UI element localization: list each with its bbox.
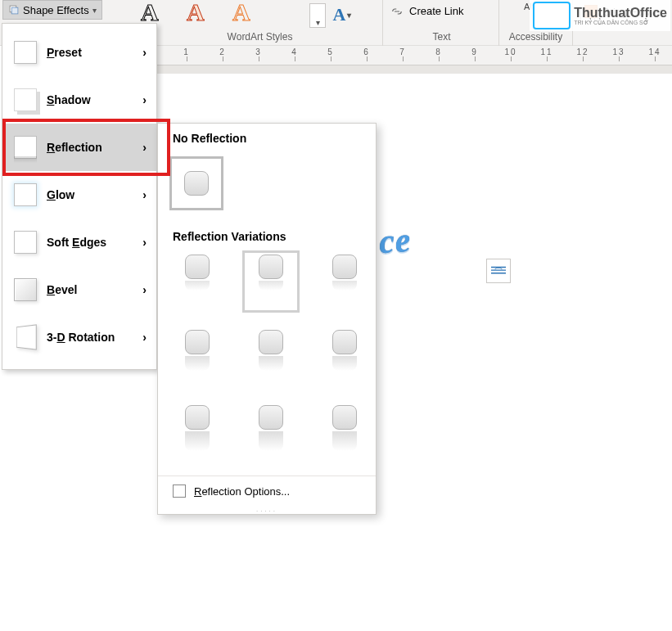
menu-item-label: Preset bbox=[47, 46, 82, 59]
reflection-swatch bbox=[332, 255, 357, 279]
submenu-arrow-icon: › bbox=[142, 46, 147, 59]
menu-item-label: Shadow bbox=[47, 93, 91, 106]
reflection-swatch bbox=[185, 405, 210, 430]
ruler-number: 6 bbox=[363, 47, 370, 56]
ruler-number: 11 bbox=[540, 47, 552, 56]
reflection-swatch bbox=[332, 405, 357, 430]
ruler-tick bbox=[475, 56, 476, 61]
reflection-variation[interactable] bbox=[320, 330, 369, 384]
menu-item-soft-edges[interactable]: Soft Edges› bbox=[2, 219, 156, 266]
reflection-swatch bbox=[332, 330, 357, 354]
reflection-variation[interactable] bbox=[173, 255, 222, 309]
reflection-options-icon bbox=[173, 485, 186, 498]
menu-item-bevel[interactable]: Bevel› bbox=[2, 266, 156, 313]
ruler-tick bbox=[403, 56, 404, 61]
ruler-number: 3 bbox=[255, 47, 262, 56]
reflection-swatch bbox=[185, 330, 210, 354]
menu-item-label: Soft Edges bbox=[47, 236, 106, 249]
reflection-options-item[interactable]: Reflection Options... bbox=[158, 476, 376, 507]
reflection-variation[interactable] bbox=[173, 330, 222, 384]
reflection-mirror bbox=[185, 356, 210, 371]
shape-effects-menu: Preset›Shadow›Reflection›Glow›Soft Edges… bbox=[2, 23, 157, 370]
submenu-arrow-icon: › bbox=[142, 236, 147, 249]
menu-item-shadow[interactable]: Shadow› bbox=[2, 76, 156, 124]
ruler-tick bbox=[367, 56, 368, 61]
reflection-variations-header: Reflection Variations bbox=[158, 222, 376, 250]
submenu-arrow-icon: › bbox=[142, 141, 147, 154]
soft-edges-icon bbox=[14, 231, 37, 254]
ruler-number: 1 bbox=[183, 47, 190, 56]
no-reflection-swatch bbox=[184, 171, 209, 196]
ruler-number: 14 bbox=[648, 47, 661, 56]
menu-item-3-d-rotation[interactable]: 3-D Rotation› bbox=[2, 313, 156, 361]
3-d-rotation-icon bbox=[16, 324, 37, 349]
wordart-preset-3[interactable]: A bbox=[232, 0, 250, 26]
layout-options-button[interactable] bbox=[486, 259, 511, 283]
ruler-scale: 1234567891011121314 bbox=[167, 46, 672, 65]
reflection-swatch bbox=[259, 330, 283, 354]
create-link-label: Create Link bbox=[409, 5, 463, 17]
ruler-tick bbox=[439, 56, 440, 61]
submenu-arrow-icon: › bbox=[142, 283, 147, 296]
menu-item-label: 3-D Rotation bbox=[47, 331, 115, 344]
wordart-preset-2[interactable]: A bbox=[187, 0, 205, 26]
text-group: Create Link Text bbox=[385, 0, 499, 46]
shape-effects-icon bbox=[8, 4, 20, 16]
ruler-number: 8 bbox=[435, 47, 442, 56]
reflection-variation[interactable] bbox=[320, 255, 369, 309]
wordart-gallery-more[interactable]: ▾ bbox=[309, 3, 326, 28]
shape-effects-button[interactable]: Shape Effects ▾ bbox=[2, 0, 102, 20]
ruler-tick bbox=[547, 56, 548, 61]
watermark-logo: ThuthuatOffice TRI KỶ CỦA DÂN CÔNG SỞ bbox=[530, 0, 670, 31]
submenu-arrow-icon: › bbox=[142, 331, 147, 344]
reflection-mirror bbox=[185, 431, 210, 451]
text-effects-button[interactable]: A▾ bbox=[332, 5, 352, 25]
preset-icon bbox=[14, 41, 37, 64]
bevel-icon bbox=[14, 278, 37, 301]
layout-options-icon bbox=[491, 265, 506, 277]
logo-tagline: TRI KỶ CỦA DÂN CÔNG SỞ bbox=[574, 20, 667, 25]
glow-icon bbox=[14, 183, 37, 206]
menu-item-reflection[interactable]: Reflection› bbox=[2, 124, 156, 171]
resize-grip[interactable]: ····· bbox=[158, 507, 376, 514]
submenu-arrow-icon: › bbox=[142, 93, 147, 106]
ruler-number: 2 bbox=[219, 47, 226, 56]
ruler-tick bbox=[655, 56, 656, 61]
ruler-number: 12 bbox=[576, 47, 589, 56]
ruler-number: 7 bbox=[399, 47, 406, 56]
submenu-arrow-icon: › bbox=[142, 188, 147, 201]
logo-brand: ThuthuatOffice bbox=[574, 6, 667, 20]
ruler-tick bbox=[583, 56, 584, 61]
reflection-options-label: Reflection Options... bbox=[194, 485, 290, 498]
no-reflection-option[interactable] bbox=[169, 156, 223, 210]
reflection-variation[interactable] bbox=[173, 405, 222, 459]
reflection-swatch bbox=[185, 255, 210, 279]
ruler-tick bbox=[511, 56, 512, 61]
reflection-mirror bbox=[185, 281, 210, 291]
menu-item-preset[interactable]: Preset› bbox=[2, 29, 156, 76]
ruler-number: 13 bbox=[612, 47, 625, 56]
reflection-variation[interactable] bbox=[246, 330, 295, 384]
menu-item-glow[interactable]: Glow› bbox=[2, 171, 156, 219]
link-icon bbox=[390, 6, 404, 17]
ruler-tick bbox=[295, 56, 295, 61]
ruler-tick bbox=[223, 56, 223, 61]
ruler-tick bbox=[331, 56, 331, 61]
shape-effects-label: Shape Effects bbox=[23, 4, 89, 16]
reflection-variation[interactable] bbox=[246, 405, 295, 459]
reflection-mirror bbox=[259, 356, 283, 371]
reflection-flyout: No Reflection Reflection Variations Refl… bbox=[157, 123, 377, 515]
reflection-mirror bbox=[332, 356, 357, 371]
reflection-mirror bbox=[332, 431, 357, 451]
reflection-variation[interactable] bbox=[320, 405, 369, 459]
ruler-number: 9 bbox=[471, 47, 478, 56]
ruler-tick bbox=[619, 56, 620, 61]
reflection-variation[interactable] bbox=[246, 255, 295, 309]
reflection-icon bbox=[14, 136, 37, 159]
chevron-down-icon: ▾ bbox=[92, 6, 97, 15]
shadow-icon bbox=[14, 88, 37, 111]
accessibility-group-label: Accessibility bbox=[499, 31, 572, 43]
horizontal-ruler[interactable]: 1234567891011121314 bbox=[157, 46, 672, 65]
create-link-button[interactable]: Create Link bbox=[390, 5, 463, 17]
text-group-label: Text bbox=[385, 31, 498, 43]
